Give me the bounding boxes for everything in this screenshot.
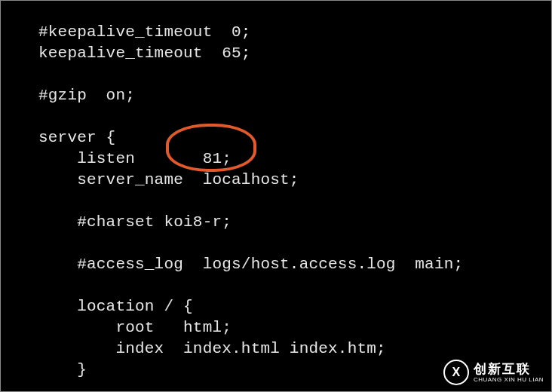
watermark: X 创新互联 CHUANG XIN HU LIAN: [443, 360, 544, 385]
config-line-1: keepalive_timeout 65;: [38, 44, 251, 62]
config-line-13: location / {: [38, 298, 193, 315]
config-line-6: listen 81;: [38, 150, 232, 167]
watermark-sub: CHUANG XIN HU LIAN: [474, 377, 544, 383]
config-line-5: server {: [38, 129, 115, 146]
config-line-7: server_name localhost;: [38, 171, 299, 188]
terminal-screenshot: #keepalive_timeout 0; keepalive_timeout …: [0, 0, 552, 392]
config-line-15: index index.html index.htm;: [38, 340, 386, 357]
watermark-logo-letter: X: [452, 362, 461, 383]
config-line-3: #gzip on;: [38, 87, 135, 104]
watermark-logo-icon: X: [443, 360, 469, 385]
watermark-main: 创新互联: [474, 363, 544, 375]
config-line-9: #charset koi8-r;: [38, 213, 232, 231]
watermark-text: 创新互联 CHUANG XIN HU LIAN: [474, 363, 544, 383]
config-line-0: #keepalive_timeout 0;: [38, 23, 251, 41]
config-line-16: }: [38, 361, 87, 378]
config-line-11: #access_log logs/host.access.log main;: [38, 256, 463, 273]
config-line-14: root html;: [38, 319, 232, 336]
